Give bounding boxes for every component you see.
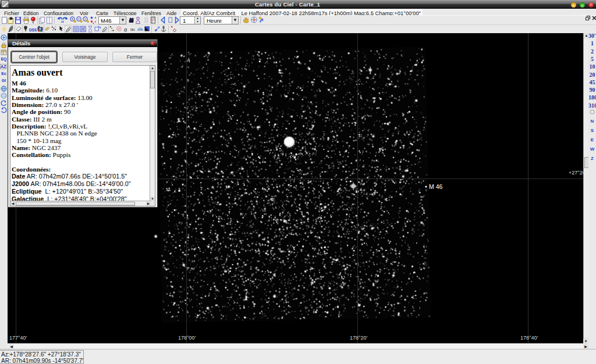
svg-text:M 46: M 46 xyxy=(429,183,443,190)
svg-text:177°40': 177°40' xyxy=(9,335,27,341)
svg-text:178°00': 178°00' xyxy=(178,335,196,341)
svg-text:+27°20': +27°20' xyxy=(569,170,583,176)
svg-text:178°40': 178°40' xyxy=(520,335,538,341)
svg-text:178°20': 178°20' xyxy=(350,335,368,341)
